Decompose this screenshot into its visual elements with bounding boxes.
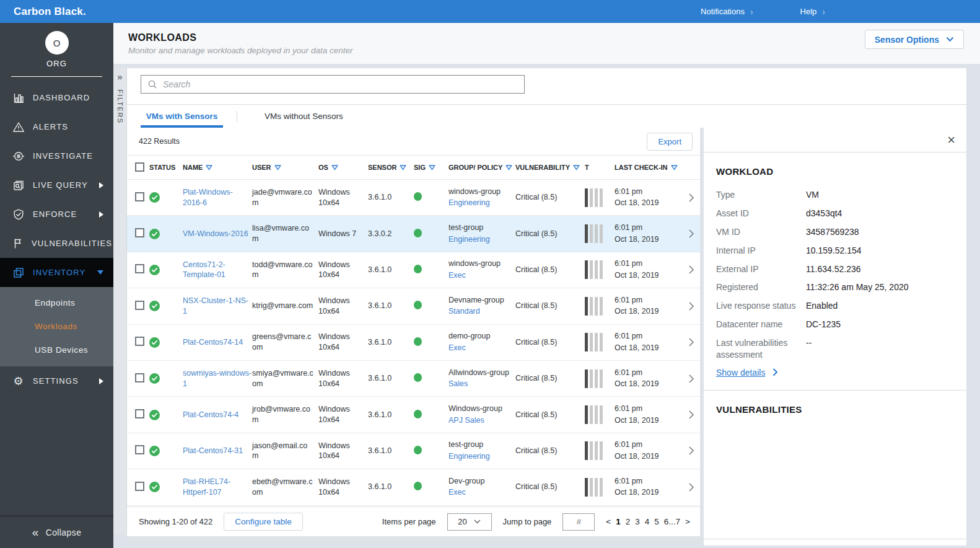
collapse-sidebar-button[interactable]: « Collapse <box>0 516 113 548</box>
sidebar-item-endpoints[interactable]: Endpoints <box>0 291 113 315</box>
page-number[interactable]: 5 <box>654 517 659 526</box>
policy-link[interactable]: Engineering <box>448 198 512 208</box>
table-row[interactable]: Plat-Centos74-31 jason@email.com Windows… <box>127 433 700 469</box>
workload-name-link[interactable]: VM-Windows-2016 <box>183 229 252 238</box>
column-header[interactable]: SENSOR <box>368 164 414 171</box>
jump-to-page-input[interactable] <box>562 513 595 531</box>
row-checkbox[interactable] <box>135 264 144 273</box>
workload-name-link[interactable]: Plat-Centos74-31 <box>183 446 247 455</box>
page-number[interactable]: 2 <box>626 517 631 526</box>
sidebar-item-settings[interactable]: ⚙ SETTINGS <box>0 366 113 396</box>
sort-icon[interactable] <box>573 165 580 170</box>
tab-vms-without-sensors[interactable]: VMs without Sensors <box>251 105 357 128</box>
row-expand-chevron[interactable] <box>689 193 694 202</box>
row-expand-chevron[interactable] <box>689 446 694 455</box>
row-expand-chevron[interactable] <box>689 229 694 238</box>
table-row[interactable]: Plat-RHEL74-Httperf-107 ebeth@vmware.com… <box>127 469 700 505</box>
row-checkbox[interactable] <box>135 301 144 310</box>
row-expand-chevron[interactable] <box>689 265 694 274</box>
column-header[interactable]: SIG <box>414 164 448 171</box>
column-header[interactable]: T <box>585 164 615 171</box>
sidebar-item-inventory[interactable]: INVENTORY <box>0 258 113 287</box>
sort-icon[interactable] <box>671 165 678 170</box>
sort-icon[interactable] <box>331 165 338 170</box>
expand-filters-icon[interactable]: » <box>117 72 122 81</box>
row-checkbox[interactable] <box>135 445 144 454</box>
policy-link[interactable]: Standard <box>448 307 512 317</box>
page-number[interactable]: 3 <box>635 517 640 526</box>
row-expand-chevron[interactable] <box>689 410 694 419</box>
configure-table-button[interactable]: Configure table <box>224 513 303 531</box>
workload-name-link[interactable]: Plat-Windows-2016-6 <box>183 188 233 207</box>
column-header[interactable]: GROUP/ POLICY <box>448 164 515 171</box>
show-details-link[interactable]: Show details <box>716 368 778 378</box>
table-row[interactable]: VM-Windows-2016 lisa@vmware.com Windows … <box>127 216 700 252</box>
table-row[interactable]: Plat-Centos74-14 greens@vmare.com Window… <box>127 325 700 361</box>
row-checkbox[interactable] <box>135 228 144 237</box>
row-expand-chevron[interactable] <box>689 374 694 383</box>
org-block[interactable]: O ORG <box>0 23 113 77</box>
workload-name-link[interactable]: Centos71-2-Template-01 <box>183 260 229 280</box>
previous-page-arrow[interactable]: < <box>606 517 611 526</box>
policy-link[interactable]: APJ Sales <box>448 416 512 426</box>
sort-icon[interactable] <box>429 165 435 170</box>
column-header[interactable]: USER <box>252 164 318 171</box>
workload-name-link[interactable]: sowmiyas-windows-1 <box>183 369 252 388</box>
select-all-checkbox[interactable] <box>135 162 144 172</box>
items-per-page-select[interactable]: 20 <box>447 513 492 531</box>
sidebar-item-live-query[interactable]: LIVE QUERY <box>0 170 113 200</box>
tab-vms-with-sensors[interactable]: VMs with Sensors <box>141 105 223 128</box>
column-header[interactable]: VULNERABILITY <box>515 164 585 171</box>
column-header[interactable]: STATUS <box>149 164 183 171</box>
policy-link[interactable]: Exec <box>448 271 512 281</box>
row-expand-chevron[interactable] <box>689 483 694 492</box>
table-row[interactable]: Centos71-2-Template-01 todd@vmware.com W… <box>127 252 700 288</box>
sort-icon[interactable] <box>206 165 212 170</box>
sidebar-item-usb-devices[interactable]: USB Devices <box>0 338 113 362</box>
sidebar-item-dashboard[interactable]: DASHBOARD <box>0 83 113 112</box>
help-link[interactable]: Help › <box>800 7 825 17</box>
close-panel-icon[interactable]: × <box>947 133 955 147</box>
workload-name-link[interactable]: Plat-RHEL74-Httperf-107 <box>183 477 230 497</box>
workload-name-link[interactable]: NSX-Cluster-1-NS-1 <box>183 296 248 316</box>
sidebar-item-investigate[interactable]: INVESTIGATE <box>0 141 113 170</box>
flag-icon <box>12 237 24 250</box>
row-checkbox[interactable] <box>135 192 144 201</box>
row-checkbox[interactable] <box>135 482 144 491</box>
row-expand-chevron[interactable] <box>689 302 694 311</box>
sort-icon[interactable] <box>274 165 281 170</box>
column-header[interactable]: NAME <box>183 164 252 171</box>
policy-link[interactable]: Engineering <box>448 452 512 462</box>
sidebar-item-enforce[interactable]: ENFORCE <box>0 200 113 229</box>
sidebar-item-workloads[interactable]: Workloads <box>0 315 113 338</box>
sidebar-item-vulnerabilities[interactable]: VULNERABILITIES <box>0 229 113 258</box>
page-number[interactable]: 4 <box>645 517 650 526</box>
table-row[interactable]: Plat-Windows-2016-6 jade@vmware.com Wind… <box>127 180 700 216</box>
row-checkbox[interactable] <box>135 373 144 382</box>
sensor-options-button[interactable]: Sensor Options <box>865 30 964 49</box>
policy-link[interactable]: Engineering <box>448 235 512 245</box>
search-box[interactable] <box>141 75 525 94</box>
table-row[interactable]: sowmiyas-windows-1 smiya@vmware.com Wind… <box>127 361 700 397</box>
policy-link[interactable]: Exec <box>448 488 512 498</box>
table-row[interactable]: NSX-Cluster-1-NS-1 ktrig@vmare.com Windo… <box>127 288 700 324</box>
notifications-link[interactable]: Notifications › <box>701 7 753 17</box>
sidebar-item-alerts[interactable]: ALERTS <box>0 112 113 141</box>
export-button[interactable]: Export <box>647 133 693 151</box>
search-input[interactable] <box>163 79 518 89</box>
next-page-arrow[interactable]: > <box>685 517 690 526</box>
page-number[interactable]: 6...7 <box>664 517 680 526</box>
policy-link[interactable]: Sales <box>448 379 512 389</box>
sort-icon[interactable] <box>400 165 406 170</box>
sort-icon[interactable] <box>505 165 512 170</box>
column-header[interactable]: LAST CHECK-IN <box>615 164 683 171</box>
page-number[interactable]: 1 <box>616 517 621 526</box>
table-row[interactable]: Plat-Centos74-4 jrob@vmware.com Windows … <box>127 397 700 433</box>
workload-name-link[interactable]: Plat-Centos74-14 <box>183 338 247 347</box>
row-checkbox[interactable] <box>135 409 144 418</box>
row-expand-chevron[interactable] <box>689 338 694 347</box>
column-header[interactable]: OS <box>318 164 368 171</box>
workload-name-link[interactable]: Plat-Centos74-4 <box>183 410 242 419</box>
row-checkbox[interactable] <box>135 337 144 346</box>
policy-link[interactable]: Exec <box>448 343 512 353</box>
